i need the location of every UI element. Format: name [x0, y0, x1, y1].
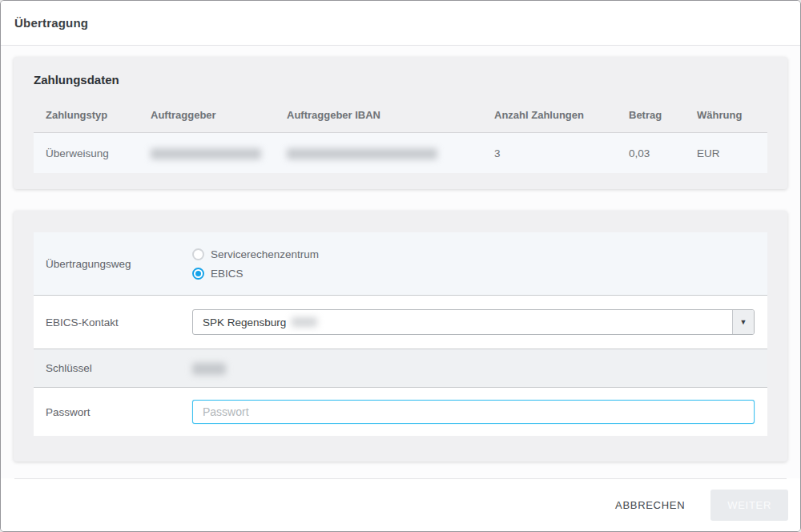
uebertragung-dialog: Übertragung Zahlungsdaten Zahlungstyp Au… [0, 0, 801, 532]
radio-option-ebics[interactable]: EBICS [192, 268, 767, 280]
passwort-input-wrap [192, 400, 755, 424]
column-betrag: Betrag [629, 109, 697, 121]
page-title: Übertragung [14, 16, 88, 30]
column-waehrung: Währung [697, 109, 767, 121]
ebics-kontakt-selected-value: SPK Regensburg [193, 310, 317, 334]
radio-label: EBICS [211, 268, 244, 280]
redacted-iban [287, 148, 437, 159]
passwort-input[interactable] [192, 400, 755, 424]
ebics-kontakt-label: EBICS-Kontakt [34, 316, 192, 328]
column-auftraggeber: Auftraggeber [151, 109, 287, 121]
cell-zahlungstyp: Überweisung [34, 147, 151, 159]
cell-anzahl-zahlungen: 3 [494, 147, 629, 159]
schluessel-value [192, 361, 767, 376]
payments-table-header: Zahlungstyp Auftraggeber Auftraggeber IB… [34, 96, 767, 133]
ebics-kontakt-select[interactable]: SPK Regensburg ▼ [192, 309, 755, 335]
transfer-form: Übertragungsweg Servicerechenzentrum EBI… [34, 232, 767, 436]
column-auftraggeber-iban: Auftraggeber IBAN [287, 109, 494, 121]
uebertragungsweg-label: Übertragungsweg [34, 258, 192, 270]
zahlungsdaten-heading: Zahlungsdaten [34, 73, 767, 87]
zahlungsdaten-card: Zahlungsdaten Zahlungstyp Auftraggeber A… [14, 57, 787, 189]
form-row-schluessel: Schlüssel [34, 349, 767, 387]
cell-auftraggeber [151, 147, 287, 159]
dropdown-arrow-icon[interactable]: ▼ [732, 310, 754, 334]
uebertragungsweg-radio-group: Servicerechenzentrum EBICS [192, 244, 767, 284]
cell-auftraggeber-iban [287, 147, 494, 159]
uebertragung-card: Übertragungsweg Servicerechenzentrum EBI… [14, 211, 787, 461]
radio-checked-icon[interactable] [192, 268, 204, 280]
column-zahlungstyp: Zahlungstyp [34, 109, 151, 121]
redacted-schluessel [192, 363, 226, 375]
form-row-passwort: Passwort [34, 387, 767, 436]
weiter-button[interactable]: WEITER [710, 490, 788, 521]
ebics-kontakt-value-text: SPK Regensburg [203, 316, 286, 328]
form-row-uebertragungsweg: Übertragungsweg Servicerechenzentrum EBI… [34, 232, 767, 295]
radio-option-servicerechenzentrum[interactable]: Servicerechenzentrum [192, 248, 767, 260]
dialog-content: Zahlungsdaten Zahlungstyp Auftraggeber A… [1, 46, 800, 461]
radio-unchecked-icon[interactable] [192, 248, 204, 260]
form-row-ebics-kontakt: EBICS-Kontakt SPK Regensburg ▼ [34, 295, 767, 349]
abbrechen-button[interactable]: ABBRECHEN [610, 498, 690, 512]
column-anzahl-zahlungen: Anzahl Zahlungen [494, 109, 629, 121]
passwort-label: Passwort [34, 406, 192, 418]
dialog-titlebar: Übertragung [1, 1, 800, 46]
radio-label: Servicerechenzentrum [211, 248, 319, 260]
redacted-auftraggeber [151, 148, 261, 159]
schluessel-label: Schlüssel [34, 362, 192, 374]
dialog-footer: ABBRECHEN WEITER [1, 478, 800, 531]
redacted-kontakt-suffix [292, 317, 317, 327]
table-row: Überweisung 3 0,03 EUR [34, 133, 767, 173]
cell-betrag: 0,03 [629, 147, 697, 159]
cell-waehrung: EUR [697, 147, 767, 159]
